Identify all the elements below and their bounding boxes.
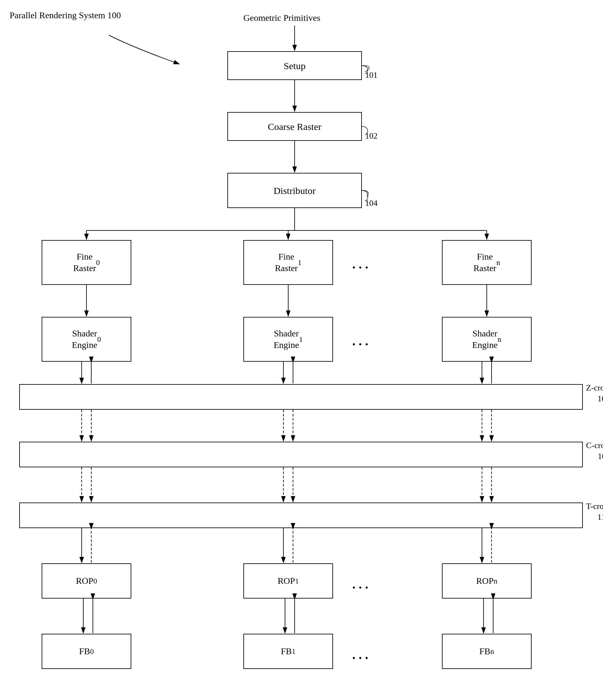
rop-1-box: ROP1 [243, 563, 333, 599]
ellipsis-fine: . . . [352, 256, 368, 273]
setup-box: Setup [227, 51, 362, 80]
c-crossbar-label: C-crossbar108 [586, 440, 603, 462]
fine-raster-n-box: FineRastern [442, 240, 532, 285]
fb-n-box: FBn [442, 634, 532, 669]
distributor-ref: 104 [365, 198, 378, 208]
rop-n-box: ROPn [442, 563, 532, 599]
fb-0-box: FB0 [42, 634, 131, 669]
coarse-raster-box: Coarse Raster [227, 112, 362, 141]
setup-ref: 101 [365, 70, 378, 80]
z-crossbar [19, 384, 583, 410]
rop-0-box: ROP0 [42, 563, 131, 599]
geometric-primitives-label: Geometric Primitives [243, 12, 320, 24]
fb-1-box: FB1 [243, 634, 333, 669]
fine-raster-1-box: FineRaster1 [243, 240, 333, 285]
ellipsis-shader: . . . [352, 333, 368, 350]
system-label: Parallel Rendering System 100 [9, 9, 121, 21]
ellipsis-fb: . . . [352, 647, 368, 663]
shader-engine-0-box: ShaderEngine0 [42, 317, 131, 362]
t-crossbar-label: T-crossbar110 [586, 501, 603, 523]
fine-raster-0-box: FineRaster0 [42, 240, 131, 285]
distributor-box: Distributor [227, 173, 362, 208]
z-crossbar-label: Z-crossbar106 [586, 382, 603, 404]
shader-engine-n-box: ShaderEnginen [442, 317, 532, 362]
t-crossbar [19, 502, 583, 528]
diagram: Parallel Rendering System 100 Geometric … [0, 0, 603, 700]
ellipsis-rop: . . . [352, 576, 368, 593]
c-crossbar [19, 442, 583, 467]
coarse-raster-ref: 102 [365, 131, 378, 141]
shader-engine-1-box: ShaderEngine1 [243, 317, 333, 362]
